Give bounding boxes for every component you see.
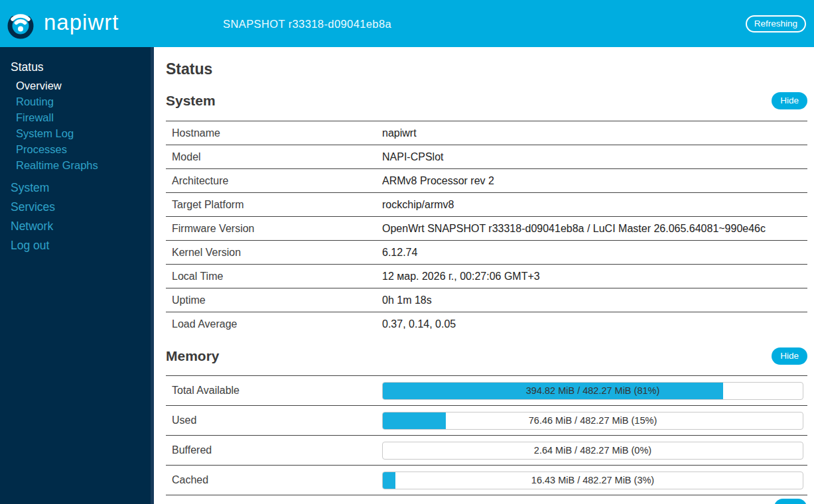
sidebar-item-system[interactable]: System	[0, 179, 154, 198]
sidebar-item-routing[interactable]: Routing	[0, 94, 154, 109]
table-row-local-time: Local Time12 мар. 2026 г., 00:27:06 GMT+…	[166, 264, 807, 288]
sidebar-item-realtime-graphs[interactable]: Realtime Graphs	[0, 157, 154, 173]
progressbar-text: 394.82 MiB / 482.27 MiB (81%)	[383, 383, 803, 399]
row-label: Architecture	[166, 175, 382, 187]
row-value: 0.37, 0.14, 0.05	[382, 318, 458, 330]
main-content: Status System Hide HostnamenapiwrtModelN…	[154, 47, 814, 495]
progressbar-wrap: 2.64 MiB / 482.27 MiB (0%)	[382, 442, 803, 460]
memory-section-title: Memory	[166, 348, 220, 364]
system-section-title: System	[166, 93, 216, 109]
wifi-inner-arc	[16, 21, 25, 23]
header-version-title: SNAPSHOT r33318-d09041eb8a	[223, 17, 391, 30]
memory-row-buffered: Buffered2.64 MiB / 482.27 MiB (0%)	[166, 435, 807, 465]
refreshing-indicator[interactable]: Refreshing	[746, 15, 806, 32]
brand-name: napiwrt	[44, 11, 119, 36]
row-value: 12 мар. 2026 г., 00:27:06 GMT+3	[382, 271, 543, 283]
row-value: 0h 1m 18s	[382, 294, 435, 306]
sidebar-item-processes[interactable]: Processes	[0, 141, 154, 157]
system-section-header: System Hide	[166, 91, 807, 111]
memory-section-header: Memory Hide	[166, 346, 807, 366]
progressbar-wrap: 76.46 MiB / 482.27 MiB (15%)	[382, 412, 803, 430]
table-row-architecture: ArchitectureARMv8 Processor rev 2	[166, 168, 807, 192]
row-label: Model	[166, 151, 382, 163]
row-label: Load Average	[166, 318, 382, 330]
memory-hide-button[interactable]: Hide	[772, 347, 807, 365]
row-label: Used	[166, 414, 382, 426]
table-row-uptime: Uptime0h 1m 18s	[166, 288, 807, 312]
wifi-dot	[18, 26, 23, 31]
row-value: 6.12.74	[382, 247, 420, 259]
row-label: Target Platform	[166, 199, 382, 211]
sidebar: StatusOverviewRoutingFirewallSystem LogP…	[0, 47, 154, 504]
sidebar-item-overview[interactable]: Overview	[0, 78, 154, 94]
row-label: Buffered	[166, 444, 382, 456]
row-value: ARMv8 Processor rev 2	[382, 175, 497, 187]
row-label: Kernel Version	[166, 247, 382, 259]
sidebar-item-log-out[interactable]: Log out	[0, 237, 154, 256]
header: napiwrt SNAPSHOT r33318-d09041eb8a Refre…	[0, 0, 814, 47]
sidebar-item-services[interactable]: Services	[0, 198, 154, 218]
page-title: Status	[166, 60, 807, 78]
section-system: System Hide HostnamenapiwrtModelNAPI-CPS…	[166, 91, 807, 336]
table-row-target-platform: Target Platformrockchip/armv8	[166, 192, 807, 216]
progressbar-wrap: 394.82 MiB / 482.27 MiB (81%)	[382, 382, 803, 400]
memory-progressbar: 394.82 MiB / 482.27 MiB (81%)	[382, 382, 803, 400]
memory-progressbar: 76.46 MiB / 482.27 MiB (15%)	[382, 412, 803, 430]
row-value: rockchip/armv8	[382, 199, 456, 211]
progressbar-text: 76.46 MiB / 482.27 MiB (15%)	[383, 412, 803, 429]
sidebar-item-system-log[interactable]: System Log	[0, 125, 154, 141]
progressbar-text: 2.64 MiB / 482.27 MiB (0%)	[383, 442, 803, 459]
memory-row-cached: Cached16.43 MiB / 482.27 MiB (3%)	[166, 465, 807, 495]
memory-progressbar: 2.64 MiB / 482.27 MiB (0%)	[382, 442, 803, 460]
memory-row-used: Used76.46 MiB / 482.27 MiB (15%)	[166, 405, 807, 435]
memory-progressbar: 16.43 MiB / 482.27 MiB (3%)	[382, 472, 803, 489]
sidebar-item-network[interactable]: Network	[0, 218, 154, 237]
system-table: HostnamenapiwrtModelNAPI-CPSlotArchitect…	[166, 121, 807, 336]
row-label: Hostname	[166, 127, 382, 139]
row-label: Total Available	[166, 385, 382, 397]
next-section-hide-button[interactable]	[774, 499, 807, 504]
row-label: Firmware Version	[166, 223, 382, 235]
wifi-outer-arc	[13, 16, 29, 19]
sidebar-group-status[interactable]: Status	[0, 58, 154, 78]
row-value: NAPI-CPSlot	[382, 151, 446, 163]
row-label: Uptime	[166, 294, 382, 306]
system-hide-button[interactable]: Hide	[772, 92, 807, 109]
memory-table: Total Available394.82 MiB / 482.27 MiB (…	[166, 375, 807, 495]
row-label: Cached	[166, 474, 382, 486]
brand[interactable]: napiwrt	[0, 7, 119, 41]
brand-logo-icon	[4, 7, 37, 41]
progressbar-text: 16.43 MiB / 482.27 MiB (3%)	[383, 472, 803, 489]
table-row-firmware-version: Firmware VersionOpenWrt SNAPSHOT r33318-…	[166, 216, 807, 240]
table-row-model: ModelNAPI-CPSlot	[166, 145, 807, 168]
nav-spacer	[0, 173, 154, 179]
row-label: Local Time	[166, 271, 382, 283]
progressbar-wrap: 16.43 MiB / 482.27 MiB (3%)	[382, 472, 803, 489]
table-row-load-average: Load Average0.37, 0.14, 0.05	[166, 312, 807, 336]
section-memory: Memory Hide Total Available394.82 MiB / …	[166, 346, 807, 495]
row-value: napiwrt	[382, 127, 419, 139]
row-value: OpenWrt SNAPSHOT r33318-d09041eb8a / LuC…	[382, 223, 768, 235]
table-row-kernel-version: Kernel Version6.12.74	[166, 240, 807, 264]
memory-row-total-available: Total Available394.82 MiB / 482.27 MiB (…	[166, 375, 807, 405]
table-row-hostname: Hostnamenapiwrt	[166, 121, 807, 145]
sidebar-item-firewall[interactable]: Firewall	[0, 109, 154, 125]
